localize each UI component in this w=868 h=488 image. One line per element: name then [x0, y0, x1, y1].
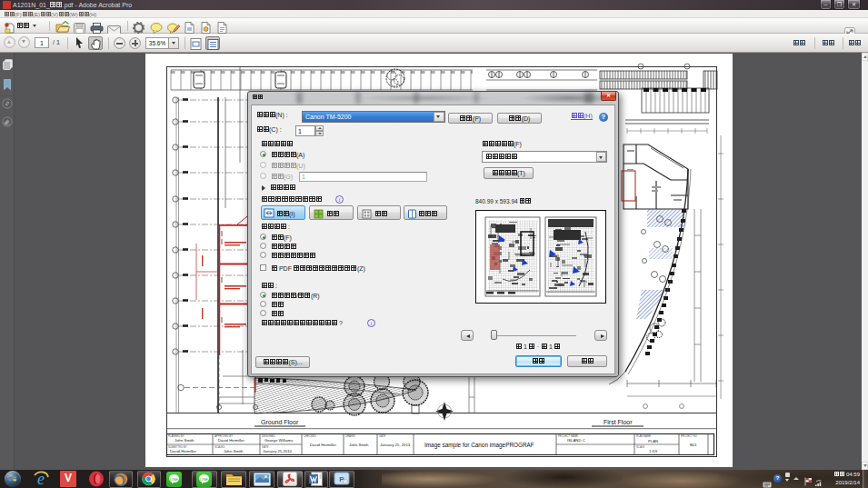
- svg-text:David Heimiller: David Heimiller: [170, 449, 196, 453]
- svg-text:CHECKED: CHECKED: [304, 434, 316, 438]
- svg-text:Image sample for Canon imagePR: Image sample for Canon imagePROGRAF: [424, 442, 534, 449]
- svg-text:e: e: [37, 470, 45, 487]
- svg-text:John Smith: John Smith: [349, 443, 369, 447]
- svg-text:DATE: DATE: [262, 445, 268, 449]
- svg-text:Ground Floor: Ground Floor: [261, 419, 299, 425]
- svg-text:John Smith: John Smith: [224, 449, 244, 453]
- svg-text:1:XX: 1:XX: [649, 449, 657, 453]
- svg-text:David Heimiller: David Heimiller: [218, 438, 244, 443]
- svg-text:PROJECT NAME: PROJECT NAME: [558, 434, 578, 438]
- svg-text:DRAWN: DRAWN: [345, 434, 354, 438]
- svg-text:B01: B01: [690, 443, 697, 447]
- svg-text:January 25, 2013: January 25, 2013: [380, 443, 411, 447]
- svg-text:SUBMITTED BY: SUBMITTED BY: [168, 445, 187, 449]
- svg-text:PLANNED BY: PLANNED BY: [168, 434, 185, 438]
- svg-text:David Heimiller: David Heimiller: [310, 443, 336, 447]
- svg-text:PROJECT NO: PROJECT NO: [681, 434, 698, 438]
- svg-text:PLAN NAME: PLAN NAME: [636, 434, 651, 438]
- svg-text:LINE: LINE: [200, 476, 208, 481]
- svg-text:DATE: DATE: [379, 434, 385, 438]
- svg-text:SCALE: SCALE: [636, 445, 644, 449]
- svg-text:First Floor: First Floor: [604, 419, 633, 425]
- svg-text:John Smith: John Smith: [175, 438, 195, 443]
- svg-text:PLAN: PLAN: [648, 439, 658, 443]
- svg-text:LINE: LINE: [170, 476, 178, 481]
- svg-text:George Williams: George Williams: [264, 438, 294, 443]
- svg-text:SCALED: SCALED: [215, 445, 224, 449]
- svg-text:January 25,2010: January 25,2010: [263, 449, 293, 453]
- svg-text:DESIGNED: DESIGNED: [262, 434, 275, 438]
- svg-text:APPROVED BY: APPROVED BY: [215, 434, 233, 438]
- svg-text:ISLAND C: ISLAND C: [567, 438, 585, 443]
